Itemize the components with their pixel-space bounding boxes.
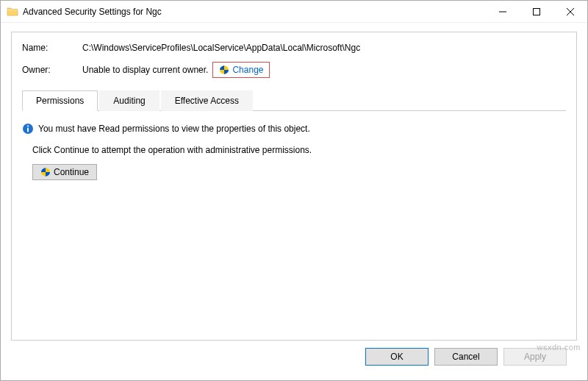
tab-auditing-label: Auditing xyxy=(113,96,145,106)
info-row: You must have Read permissions to view t… xyxy=(22,123,566,135)
change-owner-link[interactable]: Change xyxy=(215,63,268,76)
owner-value: Unable to display current owner. xyxy=(82,65,208,75)
tab-body: You must have Read permissions to view t… xyxy=(22,111,566,332)
cancel-button[interactable]: Cancel xyxy=(434,348,498,366)
folder-icon xyxy=(7,6,18,18)
uac-shield-icon xyxy=(40,167,51,177)
content-area: Name: C:\Windows\ServiceProfiles\LocalSe… xyxy=(1,23,587,380)
change-highlight: Change xyxy=(212,62,270,78)
continue-hint: Click Continue to attempt the operation … xyxy=(32,145,566,155)
continue-button-label: Continue xyxy=(54,167,89,177)
owner-label: Owner: xyxy=(22,65,82,75)
titlebar: Advanced Security Settings for Ngc xyxy=(1,1,587,23)
info-text: You must have Read permissions to view t… xyxy=(38,124,310,134)
svg-rect-2 xyxy=(27,128,29,132)
owner-row: Owner: Unable to display current owner. xyxy=(22,62,566,78)
maximize-button[interactable] xyxy=(520,1,553,22)
ok-button-label: OK xyxy=(390,352,403,362)
watermark: wsxdn.com xyxy=(537,343,581,352)
continue-button[interactable]: Continue xyxy=(32,164,97,180)
uac-shield-icon xyxy=(219,65,229,75)
tab-effective-access[interactable]: Effective Access xyxy=(161,90,253,111)
ok-button[interactable]: OK xyxy=(365,348,429,366)
name-label: Name: xyxy=(22,43,82,53)
dialog-footer: OK Cancel Apply xyxy=(11,341,577,373)
tab-permissions[interactable]: Permissions xyxy=(22,90,98,111)
name-row: Name: C:\Windows\ServiceProfiles\LocalSe… xyxy=(22,43,566,53)
info-icon xyxy=(22,123,34,135)
svg-rect-0 xyxy=(534,8,540,15)
tab-auditing[interactable]: Auditing xyxy=(99,90,159,111)
change-link-text: Change xyxy=(232,65,263,75)
minimize-button[interactable] xyxy=(486,1,520,22)
tab-strip: Permissions Auditing Effective Access xyxy=(22,90,566,111)
main-panel: Name: C:\Windows\ServiceProfiles\LocalSe… xyxy=(11,32,577,341)
close-button[interactable] xyxy=(553,1,587,22)
tab-effective-label: Effective Access xyxy=(175,96,239,106)
apply-button-label: Apply xyxy=(524,352,546,362)
svg-point-3 xyxy=(27,125,29,127)
tab-permissions-label: Permissions xyxy=(36,96,84,106)
cancel-button-label: Cancel xyxy=(452,352,479,362)
window-title: Advanced Security Settings for Ngc xyxy=(23,7,162,17)
name-value: C:\Windows\ServiceProfiles\LocalService\… xyxy=(82,43,360,53)
security-settings-window: Advanced Security Settings for Ngc Name:… xyxy=(0,0,588,381)
window-controls xyxy=(486,1,587,22)
